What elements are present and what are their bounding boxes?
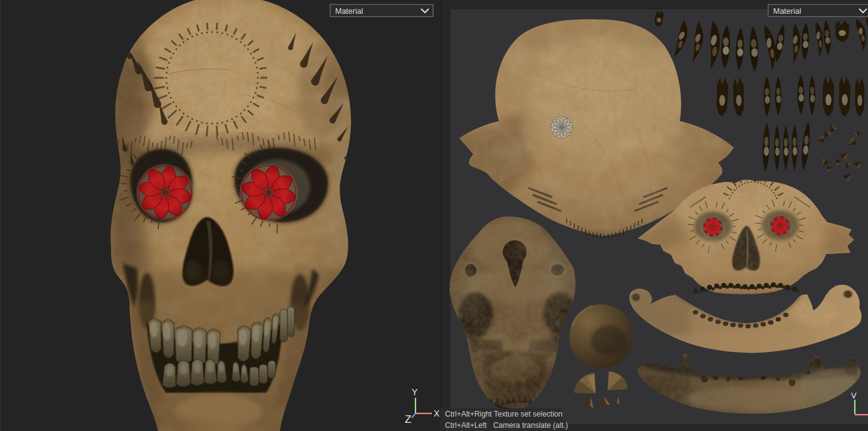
svg-text:Material: Material [773,7,801,16]
svg-text:Z: Z [405,413,411,425]
svg-text:Y: Y [412,387,418,397]
svg-text:Material: Material [335,7,363,16]
svg-text:Ctrl+Alt+Left Camera transla: Ctrl+Alt+Left Camera translate (alt.) [445,421,568,430]
svg-text:V: V [851,391,857,400]
svg-text:Ctrl+Alt+Right Texture set sel: Ctrl+Alt+Right Texture set selection [445,410,562,418]
svg-text:X: X [434,408,440,418]
